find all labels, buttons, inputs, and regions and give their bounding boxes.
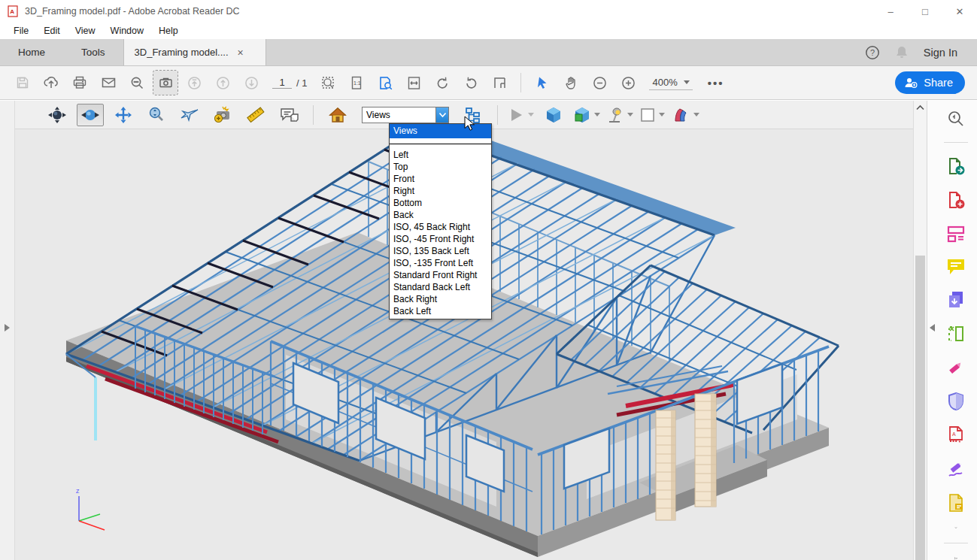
menu-help[interactable]: Help	[151, 26, 186, 36]
mouse-cursor	[464, 116, 476, 132]
view-option-bottom[interactable]: Bottom	[390, 197, 491, 209]
tab-bar: Home Tools 3D_Framing model.... × ? Sign…	[0, 39, 977, 66]
open-tools-pane-icon[interactable]	[949, 557, 963, 560]
view-option-back-right[interactable]: Back Right	[390, 293, 491, 305]
views-combobox[interactable]: Views	[362, 107, 449, 123]
edit-pdf-icon[interactable]	[946, 224, 966, 244]
zoom-level-select[interactable]: 400%	[649, 75, 692, 90]
reading-mode-icon[interactable]	[487, 71, 511, 95]
help-icon[interactable]: ?	[865, 45, 880, 60]
view-option-iso-45-back-right[interactable]: ISO, 45 Back Right	[390, 221, 491, 233]
window-title: 3D_Framing model.pdf - Adobe Acrobat Rea…	[25, 6, 240, 17]
stamp-tool-icon[interactable]	[946, 493, 966, 513]
email-icon[interactable]	[96, 71, 120, 95]
measure-3d-icon[interactable]	[242, 104, 269, 126]
tab-tools[interactable]: Tools	[63, 39, 123, 65]
scrollbar-thumb[interactable]	[915, 256, 925, 560]
redact-marker-icon[interactable]	[946, 358, 966, 377]
create-pdf-icon[interactable]	[946, 190, 966, 210]
notification-bell-icon[interactable]	[895, 45, 909, 60]
more-tools-chevron-icon[interactable]	[950, 527, 962, 528]
zoom-page-level-icon[interactable]	[373, 71, 397, 95]
default-view-home-icon[interactable]	[324, 104, 351, 126]
comment-3d-icon[interactable]	[275, 104, 302, 126]
model-render-mode-button[interactable]	[573, 106, 600, 124]
camera-3d-icon[interactable]	[209, 104, 236, 126]
previous-page-icon[interactable]	[211, 71, 235, 95]
zoom-3d-icon[interactable]	[143, 104, 170, 126]
view-option-right[interactable]: Right	[390, 185, 491, 197]
export-pdf-icon[interactable]	[946, 156, 966, 176]
chevron-down-icon	[693, 113, 699, 117]
comment-tool-icon[interactable]	[946, 258, 966, 276]
more-tools-button[interactable]: •••	[708, 77, 724, 89]
minimize-button[interactable]: –	[873, 0, 908, 23]
snapshot-tool-icon[interactable]	[153, 71, 177, 95]
tab-home[interactable]: Home	[0, 39, 63, 65]
use-perspective-icon[interactable]	[540, 104, 567, 126]
menu-file[interactable]: File	[6, 26, 36, 36]
menu-window[interactable]: Window	[103, 26, 151, 36]
lighting-button[interactable]	[606, 106, 633, 124]
views-dropdown-list: Views Left Top Front Right Bottom Back I…	[389, 123, 492, 319]
hand-tool-icon[interactable]	[559, 71, 583, 95]
view-option-back-left[interactable]: Back Left	[390, 305, 491, 317]
fly-3d-icon[interactable]	[176, 104, 203, 126]
view-option-standard-front-right[interactable]: Standard Front Right	[390, 269, 491, 281]
view-option-back[interactable]: Back	[390, 209, 491, 221]
axis-triad: Z	[76, 489, 105, 530]
background-color-button[interactable]	[639, 107, 665, 123]
expand-nav-pane-icon[interactable]	[5, 324, 10, 331]
view-option-standard-back-left[interactable]: Standard Back Left	[390, 281, 491, 293]
view-option-iso--135-front-left[interactable]: ISO, -135 Front Left	[390, 257, 491, 269]
marquee-zoom-icon[interactable]	[316, 71, 340, 95]
actual-size-icon[interactable]: 1:1	[344, 71, 369, 95]
collapse-tools-pane-icon[interactable]	[930, 324, 935, 331]
rotate-clockwise-icon[interactable]	[430, 71, 454, 95]
combine-files-icon[interactable]	[946, 290, 966, 310]
view-option-front[interactable]: Front	[390, 173, 491, 185]
spin-3d-icon[interactable]	[77, 104, 104, 126]
rotate-counterclockwise-icon[interactable]	[459, 71, 483, 95]
protect-shield-icon[interactable]	[946, 392, 966, 411]
menu-view[interactable]: View	[68, 26, 103, 36]
pdf-file-icon: A	[8, 5, 19, 17]
scroll-up-icon[interactable]	[916, 104, 924, 110]
rotate-3d-icon[interactable]	[44, 104, 71, 126]
share-button[interactable]: Share	[895, 71, 965, 94]
fill-sign-icon[interactable]	[946, 459, 966, 479]
cloud-upload-icon[interactable]	[39, 71, 63, 95]
zoom-in-icon[interactable]	[616, 71, 640, 95]
view-option-iso-135-back-left[interactable]: ISO, 135 Back Left	[390, 245, 491, 257]
search-tool-icon[interactable]	[946, 110, 966, 128]
save-icon[interactable]	[11, 71, 35, 95]
search-icon[interactable]	[125, 71, 149, 95]
add-person-icon	[904, 77, 918, 89]
zoom-level-value: 400%	[652, 77, 677, 88]
menu-edit[interactable]: Edit	[36, 26, 68, 36]
views-combobox-open-button[interactable]	[435, 107, 448, 123]
organize-pages-icon[interactable]	[946, 324, 966, 344]
view-option-left[interactable]: Left	[390, 149, 491, 161]
play-animation-button[interactable]	[508, 107, 534, 123]
close-button[interactable]: ✕	[942, 0, 977, 23]
print-icon[interactable]	[68, 71, 92, 95]
tab-close-icon[interactable]: ×	[238, 47, 244, 59]
fit-width-icon[interactable]	[402, 71, 426, 95]
pan-3d-icon[interactable]	[110, 104, 137, 126]
zoom-out-icon[interactable]	[587, 71, 611, 95]
view-option-top[interactable]: Top	[390, 161, 491, 173]
cross-section-button[interactable]	[671, 106, 699, 124]
sign-in-button[interactable]: Sign In	[924, 47, 957, 59]
first-page-icon[interactable]	[182, 71, 206, 95]
title-bar: A 3D_Framing model.pdf - Adobe Acrobat R…	[0, 0, 977, 23]
compress-pdf-icon[interactable]: A	[946, 425, 966, 445]
select-tool-icon[interactable]	[530, 71, 554, 95]
acrobat-window: { "window": { "title": "3D_Framing model…	[0, 0, 977, 560]
maximize-button[interactable]: □	[908, 0, 942, 23]
next-page-icon[interactable]	[239, 71, 263, 95]
vertical-scrollbar[interactable]	[913, 101, 927, 560]
view-option-iso--45-front-right[interactable]: ISO, -45 Front Right	[390, 233, 491, 245]
tab-document[interactable]: 3D_Framing model.... ×	[123, 39, 266, 65]
page-number-input[interactable]	[272, 77, 292, 89]
